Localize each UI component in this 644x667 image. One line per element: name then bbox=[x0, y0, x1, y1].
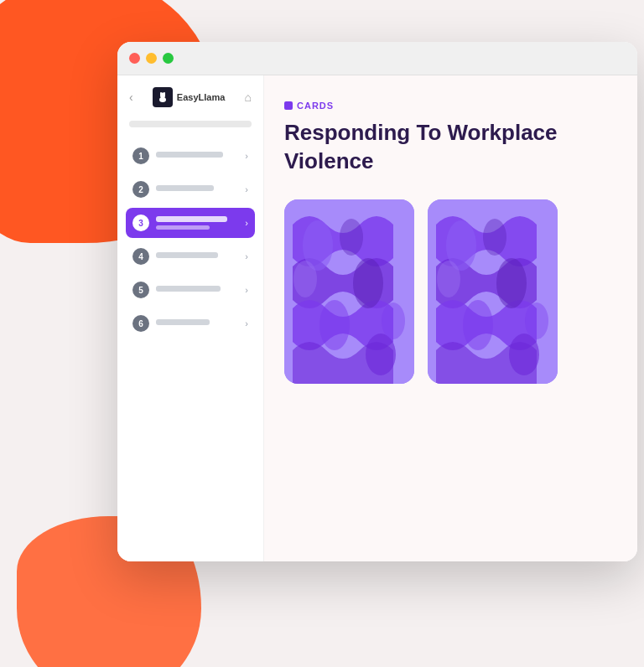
sidebar-item-4-number: 4 bbox=[132, 248, 149, 265]
title-bar bbox=[117, 42, 637, 75]
card-2-pattern bbox=[428, 199, 558, 384]
app-content: ‹ EasyLlama ⌂ 1 bbox=[117, 75, 637, 561]
sidebar-item-6-label bbox=[156, 319, 210, 325]
cards-badge-text: CARDS bbox=[297, 101, 334, 111]
svg-rect-3 bbox=[164, 92, 165, 96]
traffic-light-green[interactable] bbox=[163, 53, 174, 64]
sidebar-header: ‹ EasyLlama ⌂ bbox=[126, 87, 255, 107]
svg-point-8 bbox=[366, 334, 396, 375]
sidebar-item-3-arrow: › bbox=[245, 218, 248, 228]
sidebar-item-5-number: 5 bbox=[132, 282, 149, 298]
sidebar-item-5-content bbox=[156, 286, 245, 295]
svg-point-14 bbox=[496, 258, 527, 308]
sidebar-item-1-content bbox=[156, 152, 245, 161]
card-1-pattern bbox=[284, 199, 414, 384]
sidebar-item-4[interactable]: 4 › bbox=[126, 241, 255, 271]
main-content: CARDS Responding To Workplace Violence bbox=[264, 75, 637, 561]
llama-svg bbox=[156, 90, 169, 104]
sidebar-item-4-label bbox=[156, 252, 218, 258]
svg-point-18 bbox=[483, 219, 506, 256]
sidebar-item-1[interactable]: 1 › bbox=[126, 141, 255, 171]
sidebar-item-2[interactable]: 2 › bbox=[126, 174, 255, 204]
svg-rect-2 bbox=[160, 92, 162, 96]
sidebar-item-2-content bbox=[156, 185, 245, 194]
logo-text: EasyLlama bbox=[177, 92, 225, 102]
card-1[interactable] bbox=[284, 199, 414, 384]
content-badge: CARDS bbox=[284, 101, 617, 111]
sidebar-item-2-label bbox=[156, 185, 214, 191]
sidebar-item-6-arrow: › bbox=[245, 318, 248, 328]
sidebar-item-2-number: 2 bbox=[132, 181, 149, 198]
traffic-light-red[interactable] bbox=[129, 53, 140, 64]
sidebar-item-6-content bbox=[156, 319, 245, 328]
svg-point-6 bbox=[353, 258, 383, 308]
svg-point-9 bbox=[293, 261, 317, 297]
sidebar-item-6[interactable]: 6 › bbox=[126, 308, 255, 339]
sidebar-back-button[interactable]: ‹ bbox=[129, 90, 133, 104]
sidebar-logo: EasyLlama bbox=[153, 87, 225, 107]
traffic-lights bbox=[129, 53, 174, 64]
browser-window: ‹ EasyLlama ⌂ 1 bbox=[117, 42, 637, 561]
sidebar-item-3[interactable]: 3 › bbox=[126, 208, 255, 238]
cards-grid bbox=[284, 199, 617, 384]
sidebar-item-3-sublabel bbox=[156, 225, 210, 230]
sidebar-item-3-number: 3 bbox=[132, 215, 149, 231]
svg-point-11 bbox=[382, 302, 405, 339]
sidebar-item-5-label bbox=[156, 286, 221, 292]
llama-icon bbox=[153, 87, 173, 107]
sidebar-item-4-arrow: › bbox=[245, 251, 248, 261]
sidebar-item-3-label bbox=[156, 216, 227, 222]
sidebar-home-button[interactable]: ⌂ bbox=[245, 90, 252, 104]
svg-point-15 bbox=[463, 300, 493, 350]
sidebar-item-5-arrow: › bbox=[245, 285, 248, 295]
svg-point-10 bbox=[340, 219, 363, 256]
sidebar-item-6-number: 6 bbox=[132, 315, 149, 332]
svg-point-19 bbox=[525, 302, 548, 339]
content-title: Responding To Workplace Violence bbox=[284, 119, 617, 176]
sidebar-item-2-arrow: › bbox=[245, 184, 248, 194]
sidebar-item-1-number: 1 bbox=[132, 147, 149, 164]
sidebar-item-4-content bbox=[156, 252, 245, 261]
sidebar-item-1-label bbox=[156, 152, 223, 158]
cards-badge-icon bbox=[284, 101, 293, 110]
sidebar-item-1-arrow: › bbox=[245, 151, 248, 161]
sidebar-item-3-content bbox=[156, 216, 245, 230]
sidebar-title-placeholder bbox=[129, 121, 252, 127]
svg-point-17 bbox=[437, 261, 460, 297]
sidebar: ‹ EasyLlama ⌂ 1 bbox=[117, 75, 264, 561]
card-2[interactable] bbox=[428, 199, 558, 384]
svg-point-7 bbox=[319, 300, 350, 350]
traffic-light-yellow[interactable] bbox=[146, 53, 157, 64]
svg-point-16 bbox=[509, 334, 539, 375]
sidebar-item-5[interactable]: 5 › bbox=[126, 275, 255, 305]
